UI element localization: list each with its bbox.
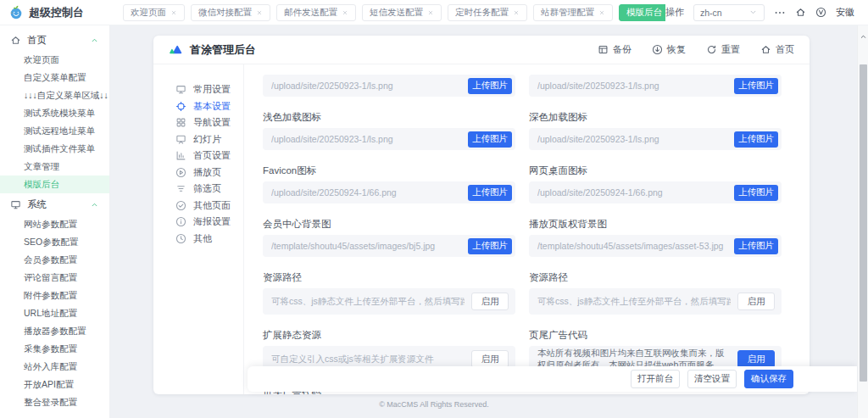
confirm-save-button[interactable]: 确认保存 — [744, 370, 793, 388]
sidebar-item[interactable]: 欢迎页面 — [0, 51, 109, 69]
panel-menu-item[interactable]: 筛选页 — [153, 181, 243, 198]
language-select[interactable]: zh-cn — [693, 4, 765, 21]
panel-menu-item[interactable]: 基本设置 — [153, 98, 243, 115]
version-icon[interactable] — [815, 7, 826, 18]
username[interactable]: 安徽 — [836, 6, 854, 19]
action-bar: 打开前台清空设置确认保存 — [248, 366, 857, 392]
grid-icon — [175, 117, 186, 128]
upload-button[interactable]: 上传图片 — [734, 185, 778, 201]
tab-close-icon[interactable] — [170, 9, 177, 16]
enable-input[interactable]: 可将css、js静态文件上传至外部平台，然后填写路径启用 — [529, 288, 782, 315]
form-field: /upload/site/20250923-1/ls.png上传图片 — [263, 75, 515, 97]
enable-input[interactable]: 可将css、js静态文件上传至外部平台，然后填写路径启用 — [263, 288, 515, 315]
home-icon[interactable] — [795, 7, 806, 18]
open-frontend-button[interactable]: 打开前台 — [631, 370, 680, 388]
upload-path-input[interactable]: /upload/site/20250923-1/ls.png上传图片 — [263, 128, 515, 150]
chart-icon — [175, 150, 186, 161]
panel-menu-item[interactable]: 播放页 — [153, 164, 243, 181]
page-scrollbar[interactable] — [857, 25, 868, 418]
upload-path-input[interactable]: /template/shoutu45/assets/images/bj5.jpg… — [263, 235, 515, 257]
tab[interactable]: 微信对接配置 — [191, 4, 270, 21]
tab[interactable]: 短信发送配置 — [362, 4, 442, 21]
panel-menu-item[interactable]: 其他 — [153, 231, 243, 248]
sidebar-item[interactable]: URL地址配置 — [0, 304, 109, 322]
panel-menu-item[interactable]: 其他页面 — [153, 198, 243, 215]
field-value: /upload/site/20250924-1/66.png — [537, 187, 729, 198]
form-field: 会员中心背景图/template/shoutu45/assets/images/… — [263, 218, 515, 257]
info-icon — [175, 216, 186, 227]
sidebar-item[interactable]: 播放器参数配置 — [0, 322, 109, 340]
field-label: 资源路径 — [529, 271, 782, 283]
tab[interactable]: 模版后台 — [619, 4, 665, 21]
tab[interactable]: 定时任务配置 — [448, 4, 527, 21]
upload-button[interactable]: 上传图片 — [734, 238, 778, 254]
sidebar-item[interactable]: 测试远程地址菜单 — [0, 122, 109, 140]
upload-path-input[interactable]: /upload/site/20250923-1/ls.png上传图片 — [529, 128, 782, 150]
gear-icon — [175, 101, 186, 112]
panel-menu-item[interactable]: 首页设置 — [153, 148, 243, 164]
sidebar-item[interactable]: 站外入库配置 — [0, 358, 109, 376]
panel-menu-item[interactable]: 导航设置 — [153, 114, 243, 131]
home-button[interactable]: 首页 — [760, 43, 794, 56]
upload-button[interactable]: 上传图片 — [734, 78, 778, 94]
panel-menu-label: 导航设置 — [193, 116, 231, 129]
enable-button[interactable]: 启用 — [471, 293, 509, 310]
sidebar-item[interactable]: 网站参数配置 — [0, 215, 109, 233]
upload-button[interactable]: 上传图片 — [468, 131, 512, 148]
sidebar-item[interactable]: 自定义菜单配置 — [0, 69, 109, 86]
tab-close-icon[interactable] — [342, 9, 348, 16]
upload-path-input[interactable]: /upload/site/20250924-1/66.png上传图片 — [263, 181, 515, 203]
upload-button[interactable]: 上传图片 — [734, 131, 778, 148]
upload-path-input[interactable]: /upload/site/20250923-1/ls.png上传图片 — [529, 75, 782, 97]
tab-close-icon[interactable] — [513, 9, 520, 16]
sidebar-item[interactable]: 测试系统模块菜单 — [0, 104, 109, 122]
sidebar-item[interactable]: 整合登录配置 — [0, 393, 109, 411]
field-label: 网页桌面图标 — [529, 164, 782, 176]
backup-button[interactable]: 备份 — [598, 43, 632, 56]
form-field: 资源路径可将css、js静态文件上传至外部平台，然后填写路径启用 — [529, 271, 782, 315]
sidebar-item[interactable]: 附件参数配置 — [0, 287, 109, 304]
field-value: 可自定义引入css或js等相关扩展资源文件 — [271, 354, 465, 365]
enable-button[interactable]: 启用 — [471, 350, 509, 368]
sidebar-item[interactable]: SEO参数配置 — [0, 233, 109, 251]
sidebar-item[interactable]: 测试插件文件菜单 — [0, 140, 109, 158]
enable-button[interactable]: 启用 — [737, 293, 775, 310]
sidebar-section-system[interactable]: 系统 — [0, 193, 109, 215]
sidebar-section-label: 首页 — [27, 34, 47, 47]
tab[interactable]: 站群管理配置 — [533, 4, 613, 21]
sidebar-item[interactable]: 文章管理 — [0, 158, 109, 176]
scrollbar-thumb[interactable] — [860, 64, 867, 382]
more-icon[interactable] — [774, 7, 786, 19]
upload-path-input[interactable]: /template/shoutu45/assets/images/asset-5… — [529, 235, 782, 257]
panel-body: 常用设置基本设置导航设置幻灯片首页设置播放页筛选页其他页面海报设置其他 /upl… — [153, 64, 810, 394]
upload-path-input[interactable]: /upload/site/20250923-1/ls.png上传图片 — [263, 75, 515, 97]
clear-settings-button[interactable]: 清空设置 — [687, 370, 737, 388]
panel-menu-item[interactable]: 海报设置 — [153, 214, 243, 231]
reset-button[interactable]: 重置 — [706, 43, 740, 56]
tab-close-icon[interactable] — [427, 9, 434, 16]
upload-path-input[interactable]: /upload/site/20250924-1/66.png上传图片 — [529, 181, 782, 203]
panel-menu-item[interactable]: 常用设置 — [153, 81, 243, 98]
form-column: /upload/site/20250923-1/ls.png上传图片深色加载图标… — [529, 75, 782, 394]
sidebar-item[interactable]: ↓↓↓自定义菜单区域↓↓↓ — [0, 86, 109, 104]
restore-button[interactable]: 恢复 — [652, 43, 686, 56]
sidebar-item[interactable]: 会员参数配置 — [0, 251, 109, 269]
sidebar-item[interactable]: 模版后台 — [0, 176, 109, 193]
tab[interactable]: 欢迎页面 — [123, 4, 185, 21]
enable-button[interactable]: 启用 — [737, 350, 775, 368]
field-label: 浅色加载图标 — [263, 111, 515, 123]
field-value: /template/shoutu45/assets/images/asset-5… — [537, 241, 729, 251]
upload-button[interactable]: 上传图片 — [468, 185, 512, 201]
upload-button[interactable]: 上传图片 — [468, 238, 512, 254]
upload-button[interactable]: 上传图片 — [468, 78, 512, 94]
sidebar-section-home[interactable]: 首页 — [0, 29, 109, 51]
tab-close-icon[interactable] — [256, 9, 263, 16]
tab[interactable]: 邮件发送配置 — [276, 4, 356, 21]
sidebar-item[interactable]: 采集参数配置 — [0, 340, 109, 358]
panel-menu-label: 常用设置 — [193, 83, 231, 96]
tab-close-icon[interactable] — [598, 9, 605, 16]
sidebar-item[interactable]: 开放API配置 — [0, 376, 109, 393]
panel-menu-item[interactable]: 幻灯片 — [153, 131, 243, 148]
sidebar-item[interactable]: 评论留言配置 — [0, 269, 109, 287]
scroll-up-icon[interactable] — [860, 34, 866, 40]
